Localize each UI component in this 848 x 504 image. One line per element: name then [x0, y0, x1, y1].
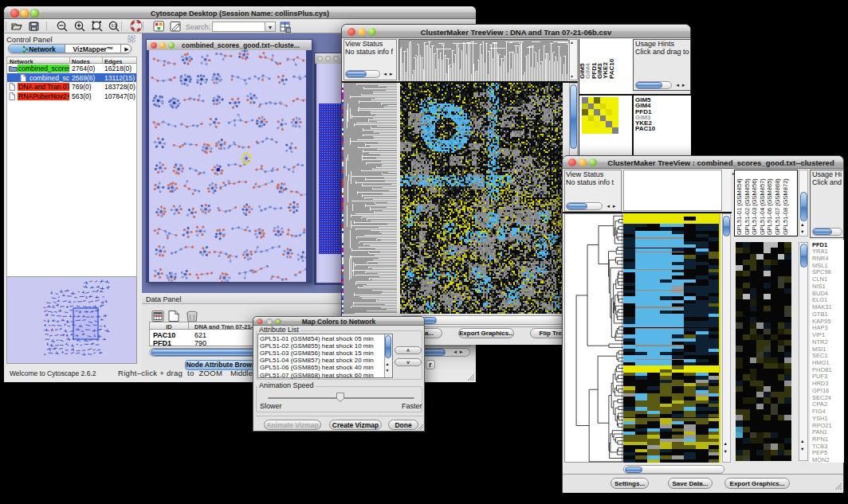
svg-text:1:1: 1:1 — [112, 24, 117, 28]
